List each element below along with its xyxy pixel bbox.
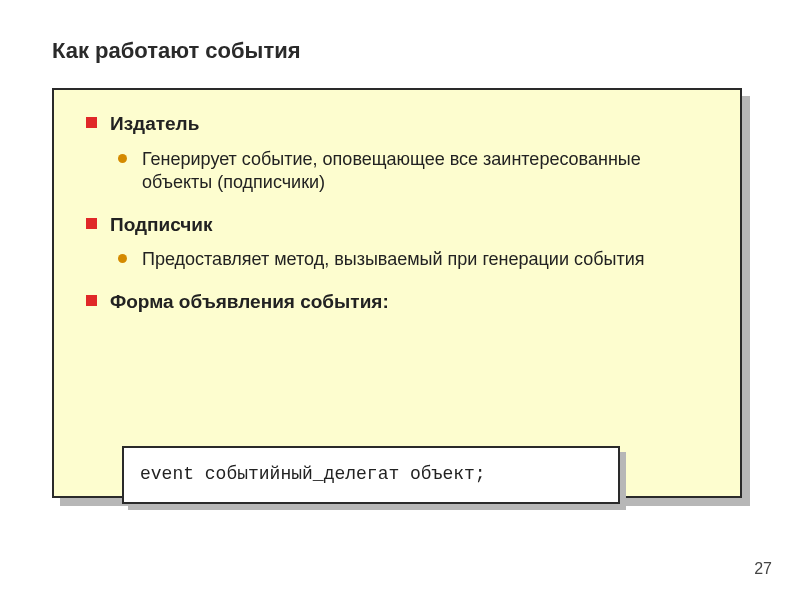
slide: Как работают события Издатель Генерирует… bbox=[0, 0, 800, 600]
subbullet-label: Предоставляет метод, вызываемый при гене… bbox=[142, 249, 644, 269]
page-number: 27 bbox=[754, 560, 772, 578]
code-text: event событийный_делегат объект; bbox=[140, 464, 486, 484]
subbullet-subscriber-detail: Предоставляет метод, вызываемый при гене… bbox=[84, 248, 710, 271]
square-bullet-icon bbox=[86, 295, 97, 306]
subbullet-publisher-detail: Генерирует событие, оповещающее все заин… bbox=[84, 148, 710, 195]
subbullet-label: Генерирует событие, оповещающее все заин… bbox=[142, 149, 641, 192]
bullet-label: Издатель bbox=[110, 113, 199, 134]
bullet-list: Издатель Генерирует событие, оповещающее… bbox=[84, 112, 710, 313]
bullet-label: Подписчик bbox=[110, 214, 213, 235]
square-bullet-icon bbox=[86, 117, 97, 128]
slide-title: Как работают события bbox=[52, 38, 301, 64]
bullet-subscriber: Подписчик bbox=[84, 213, 710, 237]
bullet-label: Форма объявления события: bbox=[110, 291, 389, 312]
code-box: event событийный_делегат объект; bbox=[122, 446, 620, 504]
bullet-form: Форма объявления события: bbox=[84, 290, 710, 314]
content-panel: Издатель Генерирует событие, оповещающее… bbox=[52, 88, 742, 498]
dot-bullet-icon bbox=[118, 254, 127, 263]
dot-bullet-icon bbox=[118, 154, 127, 163]
bullet-publisher: Издатель bbox=[84, 112, 710, 136]
square-bullet-icon bbox=[86, 218, 97, 229]
